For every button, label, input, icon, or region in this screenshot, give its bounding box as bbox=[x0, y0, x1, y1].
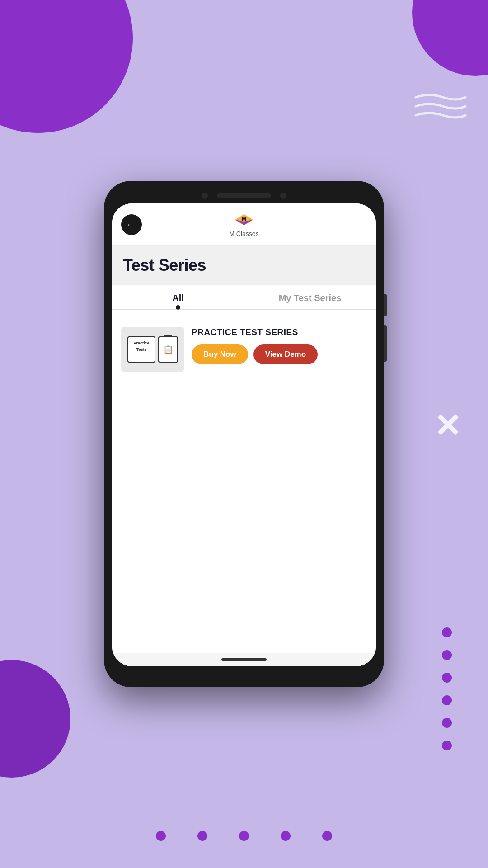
tabs-section: All My Test Series bbox=[112, 285, 376, 310]
bg-decoration-bottom-left bbox=[0, 660, 70, 778]
speaker-bar bbox=[217, 193, 271, 198]
camera-dot-1 bbox=[202, 193, 208, 199]
camera-dot-2 bbox=[280, 193, 286, 199]
test-series-title: PRACTICE TEST SERIES bbox=[192, 327, 367, 338]
view-demo-button[interactable]: View Demo bbox=[253, 344, 318, 364]
side-button-power bbox=[384, 326, 387, 362]
thumb-board: Practice Tests bbox=[127, 336, 155, 363]
phone-frame: ← M M Classes bbox=[104, 181, 384, 687]
page-title: Test Series bbox=[123, 256, 365, 275]
test-actions: Buy Now View Demo bbox=[192, 344, 367, 364]
bg-decoration-top-left bbox=[0, 0, 133, 133]
thumb-inner: Practice Tests 📋 bbox=[124, 333, 182, 366]
thumb-clipboard: 📋 bbox=[158, 336, 178, 363]
side-button-volume bbox=[384, 294, 387, 316]
test-series-card: Practice Tests 📋 PRACTICE TEST SERIES bbox=[121, 320, 367, 379]
buy-now-button[interactable]: Buy Now bbox=[192, 344, 248, 364]
tab-my-test-series[interactable]: My Test Series bbox=[244, 285, 376, 309]
page-title-section: Test Series bbox=[112, 246, 376, 285]
tab-all[interactable]: All bbox=[112, 285, 244, 309]
home-bar bbox=[221, 658, 267, 661]
close-icon: ✕ bbox=[434, 407, 461, 445]
logo-icon: M bbox=[233, 212, 255, 230]
bottom-bar bbox=[112, 653, 376, 666]
tab-my-test-series-label: My Test Series bbox=[279, 293, 342, 303]
content-area: Practice Tests 📋 PRACTICE TEST SERIES bbox=[112, 310, 376, 653]
phone-top-bar bbox=[112, 189, 376, 203]
test-info: PRACTICE TEST SERIES Buy Now View Demo bbox=[192, 327, 367, 364]
logo-text: M Classes bbox=[229, 230, 258, 237]
phone-screen: ← M M Classes bbox=[112, 203, 376, 666]
app-content: ← M M Classes bbox=[112, 203, 376, 653]
wavy-decoration bbox=[411, 90, 470, 127]
bg-decoration-top-right bbox=[412, 0, 488, 76]
svg-text:M: M bbox=[242, 216, 246, 222]
back-arrow-icon: ← bbox=[126, 219, 136, 231]
logo-container: M M Classes bbox=[229, 212, 258, 237]
back-button[interactable]: ← bbox=[121, 214, 142, 235]
dots-decoration-right bbox=[442, 627, 452, 750]
tab-active-indicator bbox=[176, 305, 180, 310]
app-header: ← M M Classes bbox=[112, 203, 376, 246]
dots-decoration-bottom bbox=[156, 831, 332, 841]
tab-all-label: All bbox=[172, 293, 184, 303]
test-thumbnail: Practice Tests 📋 bbox=[121, 327, 184, 372]
